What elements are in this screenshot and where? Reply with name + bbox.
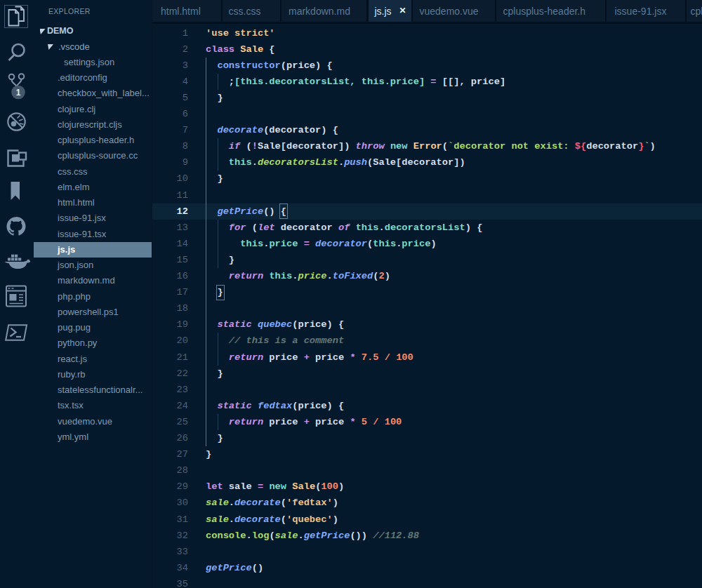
svg-text:1: 1 — [16, 88, 21, 98]
